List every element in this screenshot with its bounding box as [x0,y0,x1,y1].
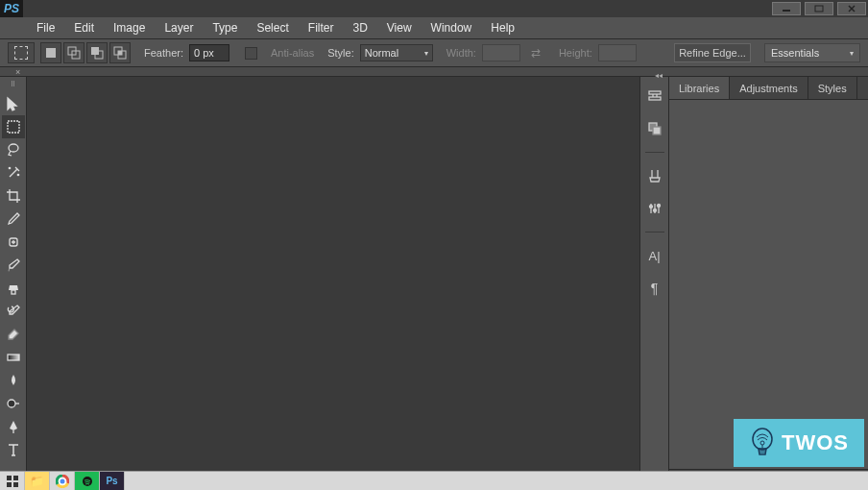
adjustments-panel-icon[interactable] [645,199,664,218]
antialias-checkbox [245,47,257,60]
svg-point-19 [8,400,15,407]
menu-3d[interactable]: 3D [343,17,376,38]
pen-tool[interactable] [2,415,25,438]
window-maximize-button[interactable] [805,2,833,15]
menu-filter[interactable]: Filter [299,17,344,38]
antialias-label: Anti-alias [271,47,314,59]
magic-wand-tool[interactable] [2,161,25,184]
libraries-panel-body [669,100,868,469]
lightbulb-icon [749,426,776,460]
svg-rect-21 [649,91,661,94]
gradient-tool[interactable] [2,346,25,369]
tools-panel [0,77,27,490]
marquee-tool[interactable] [2,115,25,138]
crop-tool[interactable] [2,184,25,208]
menu-file[interactable]: File [27,17,64,38]
clone-stamp-tool[interactable] [2,277,25,300]
svg-point-36 [760,441,764,445]
swap-dimensions-icon: ⇄ [526,46,545,60]
menu-image[interactable]: Image [104,17,155,38]
menu-edit[interactable]: Edit [64,17,104,38]
svg-point-14 [9,167,10,168]
svg-point-15 [17,174,18,175]
menu-select[interactable]: Select [247,17,298,38]
svg-rect-30 [7,482,12,487]
svg-point-25 [649,206,652,208]
svg-rect-4 [46,48,56,58]
swatches-panel-icon[interactable] [645,166,664,185]
selection-add-button[interactable] [63,42,84,63]
selection-intersect-button[interactable] [109,42,131,63]
chevron-down-icon: ▾ [850,49,854,58]
svg-rect-17 [12,290,15,294]
svg-point-27 [657,205,660,208]
selection-new-button[interactable] [40,42,61,63]
svg-rect-24 [653,127,661,135]
svg-rect-28 [7,476,12,480]
options-bar: Feather: Anti-alias Style: Normal▾ Width… [0,38,868,67]
dodge-tool[interactable] [2,392,25,415]
watermark: TWOS [734,419,864,467]
tab-close-icon[interactable]: × [15,67,20,77]
tab-libraries[interactable]: Libraries [669,77,730,99]
tab-adjustments[interactable]: Adjustments [730,77,808,99]
healing-brush-tool[interactable] [2,231,25,254]
selection-subtract-button[interactable] [86,42,108,63]
svg-point-26 [653,209,656,212]
feather-label: Feather: [144,47,183,59]
style-select[interactable]: Normal▾ [360,44,433,61]
eyedropper-tool[interactable] [2,208,25,231]
svg-rect-12 [8,121,19,133]
watermark-text: TWOS [782,430,849,455]
canvas-area[interactable] [27,77,639,490]
dock-collapse-icon[interactable]: ◂◂ [655,71,663,80]
height-input [598,44,637,61]
workspace-switcher[interactable]: Essentials▾ [764,43,860,62]
title-bar: PS [0,0,868,17]
menu-layer[interactable]: Layer [155,17,203,38]
type-tool[interactable] [2,438,25,461]
menu-bar: File Edit Image Layer Type Select Filter… [0,17,868,38]
character-panel-icon[interactable]: A| [645,246,664,265]
collapsed-panel-dock: ◂◂ A| ¶ [639,77,668,490]
window-close-button[interactable] [837,2,866,15]
taskbar-file-explorer[interactable]: 📁 [25,472,50,491]
history-brush-tool[interactable] [2,300,25,323]
start-button[interactable] [0,472,25,491]
svg-rect-22 [649,97,661,100]
windows-taskbar: 📁 Ps [0,471,868,490]
blur-tool[interactable] [2,369,25,392]
menu-help[interactable]: Help [481,17,524,38]
move-tool[interactable] [2,92,25,115]
brush-tool[interactable] [2,254,25,277]
paragraph-panel-icon[interactable]: ¶ [645,279,664,298]
menu-view[interactable]: View [377,17,422,38]
tools-drag-handle[interactable] [4,81,23,88]
svg-point-34 [83,477,92,486]
refine-edge-button[interactable]: Refine Edge... [674,43,751,62]
feather-input[interactable] [189,44,229,61]
taskbar-chrome[interactable] [50,472,75,491]
menu-type[interactable]: Type [203,17,247,38]
width-input [482,44,520,61]
history-panel-icon[interactable] [645,86,664,106]
window-minimize-button[interactable] [772,2,801,15]
chevron-down-icon: ▾ [424,49,428,58]
taskbar-spotify[interactable] [75,472,100,491]
lasso-tool[interactable] [2,138,25,161]
tool-preset-picker[interactable] [8,42,35,63]
svg-rect-29 [13,476,18,480]
tab-styles[interactable]: Styles [808,77,857,99]
color-panel-icon[interactable] [645,119,664,138]
svg-rect-18 [8,355,19,360]
document-tab-bar: × [0,67,868,77]
svg-rect-31 [13,482,18,487]
selection-mode-group [40,42,131,63]
taskbar-photoshop[interactable]: Ps [100,472,125,491]
width-label: Width: [446,47,476,59]
menu-window[interactable]: Window [422,17,482,38]
eraser-tool[interactable] [2,323,25,346]
app-logo: PS [0,0,23,17]
svg-rect-11 [118,51,122,55]
marquee-icon [14,46,28,60]
